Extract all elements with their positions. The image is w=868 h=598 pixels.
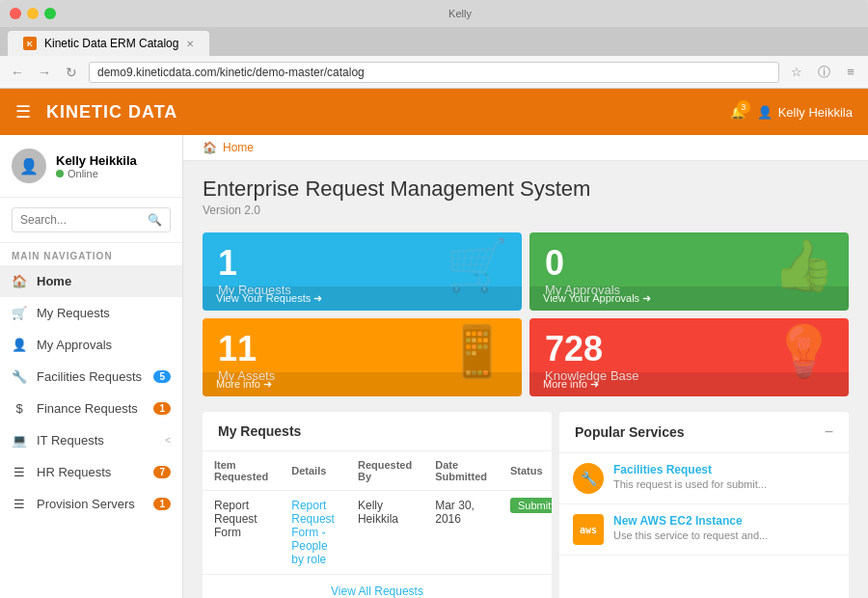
forward-btn[interactable]: → [35, 63, 54, 82]
sidebar-item-home[interactable]: 🏠 Home [0, 265, 182, 297]
status-text: Online [68, 168, 98, 179]
user-avatar: 👤 [12, 149, 46, 183]
main-content: 🏠 Home Enterprise Request Management Sys… [183, 135, 868, 598]
popular-services-panel: Popular Services − 🔧 Facilities Request … [559, 412, 849, 598]
breadcrumb: 🏠 Home [183, 135, 868, 161]
service-item-facilities[interactable]: 🔧 Facilities Request This request is use… [559, 453, 849, 504]
sidebar-item-hr[interactable]: ☰ HR Requests 7 [0, 456, 182, 488]
aws-service-icon: aws [573, 514, 604, 545]
sidebar-item-finance[interactable]: $ Finance Requests 1 [0, 393, 182, 424]
user-name-label: Kelly Heikkila [778, 105, 853, 120]
online-dot [56, 170, 64, 177]
finance-icon: $ [12, 401, 27, 416]
services-panel-header: Popular Services − [559, 412, 849, 453]
hamburger-menu[interactable]: ☰ [15, 101, 31, 122]
app-header: ☰ KINETIC DATA 🔔 3 👤 Kelly Heikkila [0, 89, 868, 135]
tab-close-btn[interactable]: ✕ [186, 39, 194, 49]
aws-service-info: New AWS EC2 Instance Use this service to… [613, 514, 768, 541]
view-all-requests[interactable]: View All Requests [203, 575, 552, 598]
cell-item: Report Request Form [203, 491, 280, 575]
nav-requests-label: My Requests [37, 306, 110, 320]
address-input[interactable]: demo9.kineticdata.com/kinetic/demo-maste… [89, 62, 779, 83]
approvals-icon: 👤 [12, 338, 27, 352]
facilities-service-info: Facilities Request This request is used … [613, 463, 767, 490]
main-layout: 👤 Kelly Heikkila Online 🔍 [0, 135, 868, 598]
col-status: Status [499, 451, 552, 491]
home-icon: 🏠 [12, 274, 27, 288]
user-menu[interactable]: 👤 Kelly Heikkila [757, 105, 853, 120]
requests-footer[interactable]: View Your Requests ➜ [203, 286, 522, 311]
service-item-aws[interactable]: aws New AWS EC2 Instance Use this servic… [559, 504, 849, 556]
sidebar-item-my-approvals[interactable]: 👤 My Approvals [0, 329, 182, 361]
aws-service-title[interactable]: New AWS EC2 Instance [613, 514, 768, 528]
provision-badge: 1 [153, 498, 171, 510]
sidebar-search: 🔍 [0, 198, 182, 243]
search-icon: 🔍 [148, 213, 162, 227]
back-btn[interactable]: ← [8, 63, 27, 82]
logo: KINETIC DATA [46, 102, 177, 122]
facilities-service-desc: This request is used for submit... [613, 478, 767, 490]
sidebar: 👤 Kelly Heikkila Online 🔍 [0, 135, 183, 598]
status-badge: Submitted [510, 498, 552, 513]
aws-service-desc: Use this service to request and... [613, 530, 768, 541]
facilities-service-icon: 🔧 [573, 463, 604, 494]
approvals-footer[interactable]: View Your Approvals ➜ [529, 286, 849, 311]
online-status: Online [56, 168, 137, 179]
bottom-panels: My Requests Item Requested Details Reque… [203, 412, 849, 598]
close-btn[interactable] [10, 8, 21, 19]
browser-tab[interactable]: K Kinetic Data ERM Catalog ✕ [8, 31, 209, 56]
facilities-service-title[interactable]: Facilities Request [613, 463, 767, 476]
it-icon: 💻 [12, 433, 27, 448]
it-chevron: < [165, 435, 171, 446]
finance-badge: 1 [153, 402, 171, 415]
tab-label: Kinetic Data ERM Catalog [44, 37, 178, 50]
requests-icon: 🛒 [12, 306, 27, 320]
col-item: Item Requested [203, 451, 280, 491]
my-requests-card[interactable]: 1 My Requests 🛒 View Your Requests ➜ [203, 232, 522, 311]
hr-badge: 7 [153, 466, 171, 478]
address-bar: ← → ↻ demo9.kineticdata.com/kinetic/demo… [0, 56, 868, 89]
col-date: Date Submitted [423, 451, 499, 491]
header-right: 🔔 3 👤 Kelly Heikkila [730, 105, 853, 120]
my-requests-panel: My Requests Item Requested Details Reque… [203, 412, 552, 598]
services-panel-action[interactable]: − [825, 423, 833, 441]
my-assets-card[interactable]: 11 My Assets 📱 More info ➜ [203, 318, 522, 396]
minimize-btn[interactable] [27, 8, 39, 19]
services-panel-title: Popular Services [575, 424, 685, 440]
sidebar-username: Kelly Heikkila [56, 153, 137, 168]
bookmark-icon[interactable]: ☆ [787, 63, 806, 82]
requests-table: Item Requested Details Requested By Date… [203, 451, 552, 575]
sidebar-item-my-requests[interactable]: 🛒 My Requests [0, 297, 182, 329]
breadcrumb-home-link[interactable]: Home [223, 141, 254, 154]
cell-status: Submitted [499, 491, 552, 575]
search-input[interactable] [20, 213, 142, 227]
col-details: Details [280, 451, 346, 491]
details-link[interactable]: Report Request Form - People by role [291, 499, 335, 566]
tab-bar: K Kinetic Data ERM Catalog ✕ [0, 27, 868, 56]
knowledge-base-card[interactable]: 728 Knowledge Base 💡 More info ➜ [529, 318, 849, 396]
nav-hr-label: HR Requests [37, 465, 111, 479]
browser-titlebar: Kelly [0, 0, 868, 27]
servers-icon: ☰ [12, 497, 27, 511]
kb-footer[interactable]: More info ➜ [529, 372, 849, 396]
search-box: 🔍 [12, 207, 171, 232]
assets-footer[interactable]: More info ➜ [203, 372, 522, 396]
nav-approvals-label: My Approvals [37, 338, 112, 352]
sidebar-item-facilities[interactable]: 🔧 Facilities Requests 5 [0, 361, 182, 393]
nav-it-label: IT Requests [37, 433, 104, 448]
header-left: ☰ KINETIC DATA [15, 101, 177, 122]
reload-btn[interactable]: ↻ [62, 63, 81, 82]
notification-badge: 3 [737, 100, 750, 114]
user-avatar-icon: 👤 [757, 105, 773, 120]
sidebar-item-provision-servers[interactable]: ☰ Provision Servers 1 [0, 488, 182, 520]
menu-icon[interactable]: ≡ [841, 63, 860, 82]
nav-provision-label: Provision Servers [37, 497, 135, 511]
cell-date: Mar 30, 2016 [423, 491, 499, 575]
my-approvals-card[interactable]: 0 My Approvals 👍 View Your Approvals ➜ [529, 232, 849, 311]
notification-btn[interactable]: 🔔 3 [730, 105, 746, 120]
nav-facilities-label: Facilities Requests [37, 369, 142, 384]
sidebar-item-it[interactable]: 💻 IT Requests < [0, 424, 182, 456]
maximize-btn[interactable] [44, 8, 56, 19]
cards-grid: 1 My Requests 🛒 View Your Requests ➜ 0 M… [203, 232, 849, 396]
table-row: Report Request Form Report Request Form … [203, 491, 552, 575]
